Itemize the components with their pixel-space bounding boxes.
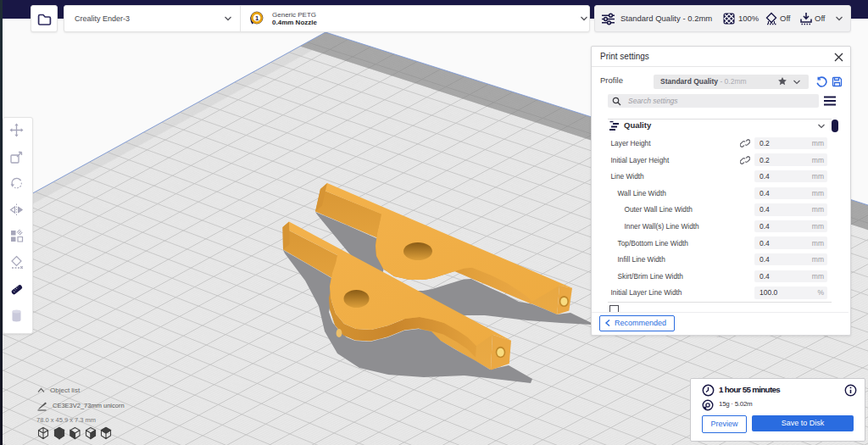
svg-text:1: 1 — [255, 14, 259, 22]
